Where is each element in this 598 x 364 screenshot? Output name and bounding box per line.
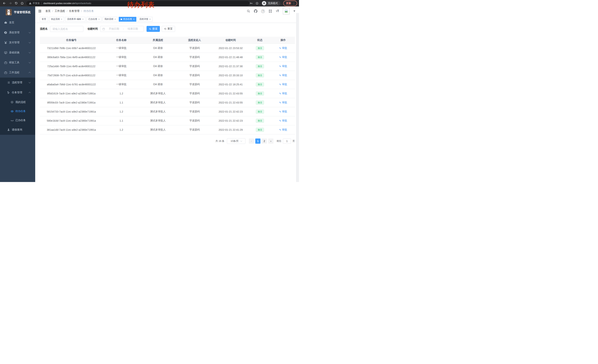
approve-link[interactable]: ✎审批 [279, 56, 287, 59]
date-range-picker[interactable]: 开始日期 - 结束日期 [100, 26, 144, 32]
approve-link[interactable]: ✎审批 [279, 110, 287, 113]
yen-icon [4, 41, 7, 44]
process-name: 测试多审批人 [140, 110, 176, 113]
fullscreen-icon[interactable] [269, 9, 272, 13]
search-button[interactable]: 搜索 [147, 26, 160, 32]
sidebar-logo[interactable]: 芋道管理系统 [0, 7, 35, 18]
tag-done-tasks[interactable]: 已办任务 × [86, 17, 101, 22]
next-page-button[interactable]: › [268, 138, 274, 144]
sidebar-item-payment[interactable]: 支付管理 [0, 38, 35, 48]
task-name: 一级审批 [103, 47, 140, 50]
page-button-2[interactable]: 2 [262, 138, 267, 144]
prev-page-button[interactable]: ‹ [249, 138, 254, 144]
edit-pencil-icon: ✎ [279, 74, 281, 77]
close-icon[interactable]: × [61, 18, 62, 21]
goto-page-input[interactable] [283, 138, 291, 144]
table-row: 8f059c03-7ac8-11ec-a9e2-a2380e71991a 1.1… [40, 98, 295, 107]
tag-home[interactable]: 首页 [40, 17, 48, 22]
edit-pencil-icon: ✎ [279, 83, 281, 86]
tag-todo-tasks[interactable]: 待办任务 × [119, 17, 136, 22]
sidebar-item-label: 流程管理 [12, 81, 22, 84]
key-icon[interactable] [249, 2, 253, 5]
search-icon[interactable] [247, 9, 250, 13]
breadcrumb-item[interactable]: 工作流程 [55, 9, 65, 13]
tag-label: 已办任务 [88, 18, 97, 21]
approve-link[interactable]: ✎审批 [279, 119, 287, 122]
sidebar-item-todo-tasks[interactable]: 待办任务 [0, 107, 35, 116]
process-starter: 芋道源码 [176, 128, 213, 131]
tag-process-form-edit[interactable]: 流程表单-编辑 × [65, 17, 85, 22]
edit-pencil-icon: ✎ [279, 47, 281, 50]
approve-link[interactable]: ✎审批 [279, 74, 287, 77]
tag-my-process[interactable]: 我的流程 × [103, 17, 118, 22]
approve-link[interactable]: ✎审批 [279, 65, 287, 68]
sidebar-item-workflow[interactable]: 工作流程 [0, 68, 35, 78]
breadcrumb-item[interactable]: 任务管理 [69, 9, 79, 13]
close-icon[interactable]: × [115, 18, 116, 21]
table-row: 8f0d1619-7ac8-11ec-a9e2-a2380e71991a 1.2… [40, 89, 295, 98]
status-badge: 激活 [256, 101, 264, 105]
reset-button[interactable]: 重置 [162, 26, 175, 32]
close-icon[interactable]: × [82, 18, 83, 21]
process-starter: 芋道源码 [176, 110, 213, 113]
close-icon[interactable]: × [149, 18, 151, 21]
page-size-select[interactable]: 10条/页 [227, 138, 245, 144]
page-button-1[interactable]: 1 [255, 138, 260, 144]
help-icon[interactable]: ? [261, 9, 265, 13]
sidebar-item-system[interactable]: 系统管理 [0, 28, 35, 38]
task-id: a6aba0a4-7b6d-11ec-b781-acde48001122 [40, 83, 103, 86]
avatar-caret-icon[interactable] [293, 11, 295, 12]
bookmark-star-icon[interactable] [256, 2, 259, 5]
approve-link[interactable]: ✎审批 [279, 83, 287, 86]
browser-reload-button[interactable] [14, 1, 18, 6]
breadcrumb-separator: / [67, 10, 67, 13]
sidebar-item-label: 研发工具 [9, 61, 19, 64]
browser-scrollbar[interactable] [296, 13, 299, 182]
browser-home-button[interactable] [20, 1, 25, 6]
security-warning[interactable]: 不安全 [29, 2, 40, 5]
task-name: 一级审批 [103, 83, 140, 86]
sidebar-item-label: 我的流程 [15, 101, 26, 104]
github-icon[interactable] [254, 9, 257, 13]
browser-forward-button[interactable] [8, 1, 13, 6]
tag-start-process[interactable]: 发起流程 × [49, 17, 64, 22]
tag-process-detail[interactable]: 流程详情 × [137, 17, 152, 22]
browser-back-button[interactable] [2, 1, 7, 6]
sidebar-item-task-mgmt[interactable]: 任务管理 [0, 88, 35, 97]
task-id: 58154733-7ac8-11ec-a9e2-a2380e71991a [40, 110, 103, 113]
table-body: 73211d9d-7b9b-11ec-b5b7-acde48001122 一级审… [40, 44, 295, 134]
sidebar-item-devtools[interactable]: 研发工具 [0, 57, 35, 68]
sidebar-item-process-mgmt[interactable]: 流程管理 [0, 78, 35, 88]
app-shell: 芋道管理系统 首页 系统管理 支付管理 [0, 7, 299, 182]
home-icon [21, 2, 24, 5]
incognito-badge: 无痕模式 [261, 1, 281, 6]
close-icon[interactable]: × [133, 18, 134, 21]
process-name: OA 请假 [140, 47, 176, 50]
approve-link[interactable]: ✎审批 [279, 101, 287, 104]
browser-update-button[interactable]: 更新 ⋮ [283, 0, 297, 6]
approve-link[interactable]: ✎审批 [279, 47, 287, 50]
sidebar-collapse-icon[interactable] [38, 9, 42, 13]
approve-link[interactable]: ✎审批 [279, 128, 287, 131]
sidebar-item-infra[interactable]: 基础设施 [0, 48, 35, 57]
process-name-input[interactable] [50, 26, 83, 32]
sidebar-item-home[interactable]: 首页 [0, 18, 35, 28]
sidebar-item-label: 支付管理 [9, 41, 19, 44]
approve-link[interactable]: ✎审批 [279, 92, 287, 95]
breadcrumb-separator: / [52, 10, 53, 13]
font-size-icon[interactable]: TT [276, 9, 279, 13]
close-icon[interactable]: × [98, 18, 100, 21]
status-badge: 激活 [256, 110, 264, 114]
incognito-label: 无痕模式 [268, 2, 278, 5]
sidebar-item-leave-query[interactable]: 请假查询 [0, 125, 35, 135]
process-starter: 芋道源码 [176, 65, 213, 68]
create-time: 2022-01-22 18:25:41 [213, 83, 248, 86]
browser-menu-icon[interactable]: ⋮ [292, 2, 295, 5]
sidebar-item-done-tasks[interactable]: 已办任务 [0, 116, 35, 125]
task-name: 一级审批 [103, 65, 140, 68]
list-icon [7, 81, 10, 84]
filter-bar: 流程名 创建时间 开始日期 - 结束日期 搜索 重 [40, 26, 295, 32]
breadcrumb-item[interactable]: 首页 [45, 9, 50, 13]
sidebar-item-my-process[interactable]: 我的流程 [0, 97, 35, 107]
avatar[interactable] [283, 8, 290, 15]
